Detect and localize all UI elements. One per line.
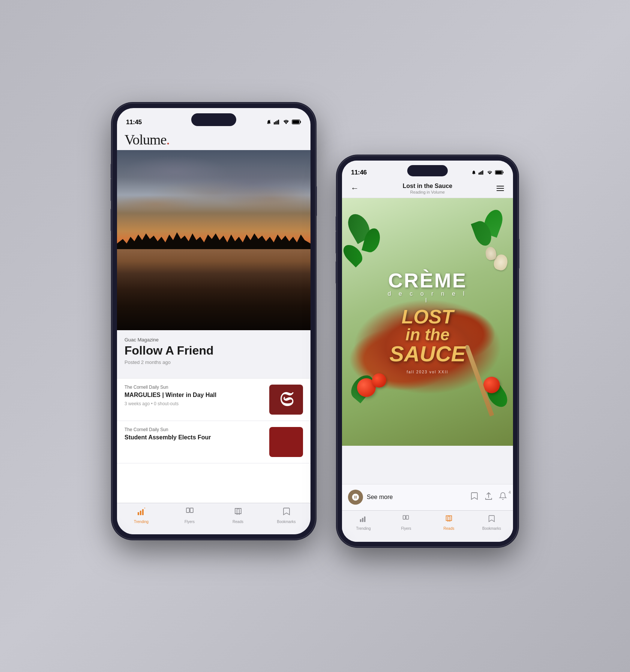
menu-button[interactable] xyxy=(494,182,507,195)
tab-label-flyers-1: Flyers xyxy=(184,520,195,524)
tab-flyers-2[interactable]: Flyers xyxy=(385,514,428,531)
volume-up-button xyxy=(111,179,112,201)
battery-icon-1 xyxy=(292,119,302,126)
mag-cover-bg: CRÈME d e c o r n e l l LOST in the SAUC… xyxy=(342,198,513,446)
svg-rect-26 xyxy=(406,515,408,519)
news-item-1[interactable]: The Cornell Daily Sun MARGULIES | Winter… xyxy=(117,379,310,421)
svg-rect-9 xyxy=(138,512,139,515)
svg-rect-13 xyxy=(186,508,189,513)
article-meta: Posted 2 months ago xyxy=(124,359,303,365)
bookmarks-icon-2 xyxy=(488,514,495,525)
news-time-1: 3 weeks ago • 0 shout-outs xyxy=(124,401,265,406)
svg-rect-16 xyxy=(480,172,481,174)
tomato-3 xyxy=(483,377,500,393)
season-text: fall 2023 vol XXII xyxy=(385,370,470,374)
article-title: Follow A Friend xyxy=(124,344,303,357)
trending-icon-1 xyxy=(137,507,146,518)
tab-label-reads-2: Reads xyxy=(444,526,454,531)
volume-down-button xyxy=(111,209,112,231)
svg-rect-15 xyxy=(478,173,480,174)
svg-rect-14 xyxy=(190,508,193,513)
battery-icon-2 xyxy=(495,170,504,176)
tab-label-bookmarks-1: Bookmarks xyxy=(277,520,296,524)
wifi-icon-1 xyxy=(283,119,290,126)
tab-label-bookmarks-2: Bookmarks xyxy=(482,526,501,531)
tab-bar-1: Trending Flyers xyxy=(117,503,310,534)
news-thumb-2 xyxy=(269,427,303,457)
sunset-bg xyxy=(117,150,310,330)
svg-rect-22 xyxy=(360,519,362,522)
lost-text: LOST xyxy=(385,307,470,326)
in-the-text: in the xyxy=(385,326,470,343)
volume-down-2 xyxy=(336,261,337,284)
share-action[interactable] xyxy=(484,492,493,503)
news-source-1: The Cornell Daily Sun xyxy=(124,385,265,390)
tomato-2 xyxy=(372,373,386,388)
phone-1-screen: 11:45 xyxy=(117,108,310,534)
tab-bookmarks-1[interactable]: Bookmarks xyxy=(262,507,310,524)
back-button[interactable]: ← xyxy=(348,182,362,195)
see-more-bar[interactable]: See more xyxy=(342,484,513,510)
app-header: Volume. xyxy=(117,129,310,150)
bell-icon-1 xyxy=(266,119,272,126)
mute-switch xyxy=(111,164,112,179)
scene: 11:45 xyxy=(0,0,630,672)
trending-icon-2 xyxy=(359,514,368,525)
bell-count: 4 xyxy=(508,490,511,495)
svg-rect-2 xyxy=(275,121,276,124)
svg-rect-8 xyxy=(292,120,299,123)
signal-icon-1 xyxy=(274,119,280,126)
power-button-2 xyxy=(518,239,519,269)
svg-rect-4 xyxy=(278,120,279,125)
magazine-name: Guac Magazine xyxy=(124,337,303,343)
tab-reads-1[interactable]: Reads xyxy=(214,507,262,524)
phone-1-content: 11:45 xyxy=(117,108,310,534)
status-time-1: 11:45 xyxy=(126,119,142,126)
volume-up-2 xyxy=(336,231,337,254)
see-more-left: See more xyxy=(348,490,393,505)
news-thumb-letter-1: 𝔖 xyxy=(279,388,294,411)
article-info: Guac Magazine Follow A Friend Posted 2 m… xyxy=(117,330,310,370)
creme-text: CRÈME xyxy=(385,270,470,290)
status-icons-2 xyxy=(471,170,504,176)
news-item-2[interactable]: The Cornell Daily Sun Student Assembly E… xyxy=(117,421,310,463)
status-icons-1 xyxy=(266,119,302,126)
menu-line-3 xyxy=(496,190,504,191)
bell-icon-2 xyxy=(471,170,476,176)
tab-flyers-1[interactable]: Flyers xyxy=(165,507,214,524)
svg-rect-18 xyxy=(482,170,483,174)
status-time-2: 11:46 xyxy=(351,169,367,176)
tab-bookmarks-2[interactable]: Bookmarks xyxy=(470,514,513,531)
phone-2-screen: 11:46 xyxy=(342,161,513,542)
dynamic-island-1 xyxy=(191,113,236,126)
see-more-label[interactable]: See more xyxy=(367,494,393,501)
tab-trending-1[interactable]: Trending xyxy=(117,507,165,524)
svg-rect-20 xyxy=(502,171,503,173)
svg-rect-12 xyxy=(144,508,145,508)
tab-label-flyers-2: Flyers xyxy=(401,526,411,531)
svg-rect-1 xyxy=(274,122,275,124)
reads-icon-1 xyxy=(234,507,243,518)
tab-trending-2[interactable]: Trending xyxy=(342,514,385,531)
phone-1: 11:45 xyxy=(112,104,315,539)
bookmark-action[interactable] xyxy=(470,492,478,503)
logo-dot: . xyxy=(166,132,170,147)
svg-rect-3 xyxy=(277,120,278,125)
svg-point-5 xyxy=(286,123,286,124)
phone-2-content: 11:46 xyxy=(342,161,513,542)
volume-logo: Volume. xyxy=(124,131,170,148)
power-button xyxy=(315,186,317,216)
reader-title: Lost in the Sauce xyxy=(362,182,494,189)
news-item-2-text: The Cornell Daily Sun Student Assembly E… xyxy=(124,427,265,457)
news-thumb-1: 𝔖 xyxy=(269,385,303,415)
svg-rect-21 xyxy=(496,171,502,174)
svg-rect-25 xyxy=(403,515,405,519)
news-feed[interactable]: The Cornell Daily Sun MARGULIES | Winter… xyxy=(117,378,310,504)
tab-label-reads-1: Reads xyxy=(232,520,243,524)
reads-icon-2 xyxy=(445,514,453,525)
tab-label-trending-1: Trending xyxy=(134,520,148,524)
svg-rect-10 xyxy=(140,511,141,515)
hero-image xyxy=(117,150,310,330)
bell-action[interactable]: 4 xyxy=(499,492,507,503)
tab-reads-2[interactable]: Reads xyxy=(428,514,470,531)
